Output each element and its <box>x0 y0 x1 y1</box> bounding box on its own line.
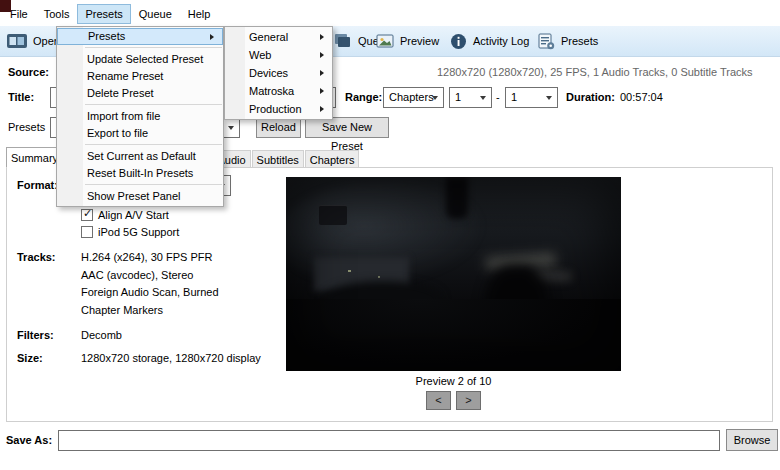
submenu-arrow-icon <box>320 106 324 112</box>
menu-item-export-to-file[interactable]: Export to file <box>57 125 223 142</box>
ipod-support-checkbox[interactable]: iPod 5G Support <box>81 225 179 239</box>
align-av-start-label: Align A/V Start <box>98 209 169 221</box>
reload-button[interactable]: Reload <box>256 117 301 138</box>
submenu-arrow-icon <box>320 34 324 40</box>
tab-chapters[interactable]: Chapters <box>305 150 360 168</box>
menu-item-show-preset-panel[interactable]: Show Preset Panel <box>57 188 223 205</box>
presets-menu: Presets Update Selected Preset Rename Pr… <box>56 26 224 207</box>
menu-help[interactable]: Help <box>180 4 219 24</box>
vignette <box>286 177 621 371</box>
duration-value: 00:57:04 <box>620 91 663 103</box>
chevron-down-icon <box>546 96 552 100</box>
preview-nav: < > <box>286 391 621 410</box>
range-type-select[interactable]: Chapters <box>383 87 444 108</box>
tracks-list: H.264 (x264), 30 FPS PFR AAC (avcodec), … <box>81 249 219 319</box>
ipod-support-label: iPod 5G Support <box>98 226 179 238</box>
submenu-item-label: General <box>249 31 288 43</box>
info-circle-icon <box>450 33 467 50</box>
track-item: Foreign Audio Scan, Burned <box>81 284 219 302</box>
range-separator: - <box>496 91 500 103</box>
size-label: Size: <box>17 352 43 364</box>
film-icon <box>7 33 27 49</box>
align-av-start-checkbox[interactable]: ✓ Align A/V Start <box>81 208 169 222</box>
menubar: File Tools Presets Queue Help <box>2 3 218 25</box>
menu-item-presets[interactable]: Presets <box>57 28 223 45</box>
submenu-item-label: Matroska <box>249 85 294 97</box>
menu-item-set-current-as-default[interactable]: Set Current as Default <box>57 148 223 165</box>
browse-button[interactable]: Browse <box>726 429 778 451</box>
preview-caption: Preview 2 of 10 <box>286 375 621 387</box>
menu-tools[interactable]: Tools <box>36 4 78 24</box>
submenu-arrow-icon <box>320 52 324 58</box>
menu-separator <box>85 184 222 185</box>
menu-queue[interactable]: Queue <box>131 4 180 24</box>
preview-button[interactable]: Preview <box>376 31 439 51</box>
range-type-value: Chapters <box>389 91 434 103</box>
tab-subtitles[interactable]: Subtitles <box>252 150 304 168</box>
menu-separator <box>85 144 222 145</box>
menu-presets[interactable]: Presets <box>77 4 130 24</box>
format-label: Format: <box>17 179 58 191</box>
menu-item-update-selected-preset[interactable]: Update Selected Preset <box>57 51 223 68</box>
submenu-arrow-icon <box>320 88 324 94</box>
tracks-label: Tracks: <box>17 251 56 263</box>
submenu-item-label: Production <box>249 103 302 115</box>
menu-item-rename-preset[interactable]: Rename Preset <box>57 68 223 85</box>
picture-icon <box>376 33 394 49</box>
document-gear-icon <box>538 33 555 50</box>
save-as-input[interactable] <box>58 430 720 451</box>
filters-label: Filters: <box>17 329 54 341</box>
presets-toolbar-button[interactable]: Presets <box>538 31 598 51</box>
presets-submenu: General Web Devices Matroska Production <box>224 26 333 120</box>
previous-preview-button[interactable]: < <box>426 391 451 410</box>
submenu-item-devices[interactable]: Devices <box>225 64 332 82</box>
activity-log-button[interactable]: Activity Log <box>450 31 529 51</box>
photo-stack-icon <box>334 33 352 49</box>
range-to-value: 1 <box>511 91 517 103</box>
save-new-preset-button[interactable]: Save New Preset <box>305 117 389 138</box>
track-item: H.264 (x264), 30 FPS PFR <box>81 249 219 267</box>
submenu-item-label: Web <box>249 49 271 61</box>
checkbox-unchecked-icon <box>81 226 93 238</box>
activity-log-label: Activity Log <box>473 35 529 47</box>
duration-label: Duration: <box>566 91 615 103</box>
title-label: Title: <box>8 91 34 103</box>
chevron-down-icon <box>228 126 234 130</box>
menu-item-delete-preset[interactable]: Delete Preset <box>57 85 223 102</box>
source-info: 1280x720 (1280x720), 25 FPS, 1 Audio Tra… <box>437 66 753 78</box>
menu-file[interactable]: File <box>2 4 36 24</box>
tab-summary[interactable]: Summary <box>6 147 63 168</box>
submenu-item-label: Devices <box>249 67 288 79</box>
submenu-item-general[interactable]: General <box>225 28 332 46</box>
menu-separator <box>85 104 222 105</box>
submenu-arrow-icon <box>320 70 324 76</box>
size-value: 1280x720 storage, 1280x720 display <box>81 352 261 364</box>
track-item: AAC (avcodec), Stereo <box>81 267 219 285</box>
submenu-item-web[interactable]: Web <box>225 46 332 64</box>
submenu-arrow-icon <box>210 34 214 40</box>
source-label: Source: <box>8 66 49 78</box>
submenu-item-matroska[interactable]: Matroska <box>225 82 332 100</box>
range-from-select[interactable]: 1 <box>449 87 492 108</box>
menu-separator <box>85 47 222 48</box>
chevron-down-icon <box>432 96 438 100</box>
range-from-value: 1 <box>455 91 461 103</box>
checkbox-checked-icon: ✓ <box>81 209 93 221</box>
menu-item-import-from-file[interactable]: Import from file <box>57 108 223 125</box>
submenu-item-production[interactable]: Production <box>225 100 332 118</box>
preview-label: Preview <box>400 35 439 47</box>
save-as-label: Save As: <box>6 434 52 446</box>
chevron-down-icon <box>480 96 486 100</box>
presets-row-label: Presets <box>8 121 45 133</box>
range-to-select[interactable]: 1 <box>505 87 558 108</box>
preview-image <box>286 177 621 371</box>
filters-value: Decomb <box>81 329 122 341</box>
menu-item-label: Presets <box>88 30 125 42</box>
range-label: Range: <box>345 91 382 103</box>
presets-toolbar-label: Presets <box>561 35 598 47</box>
next-preview-button[interactable]: > <box>456 391 481 410</box>
menu-item-reset-built-in-presets[interactable]: Reset Built-In Presets <box>57 165 223 182</box>
track-item: Chapter Markers <box>81 302 219 320</box>
